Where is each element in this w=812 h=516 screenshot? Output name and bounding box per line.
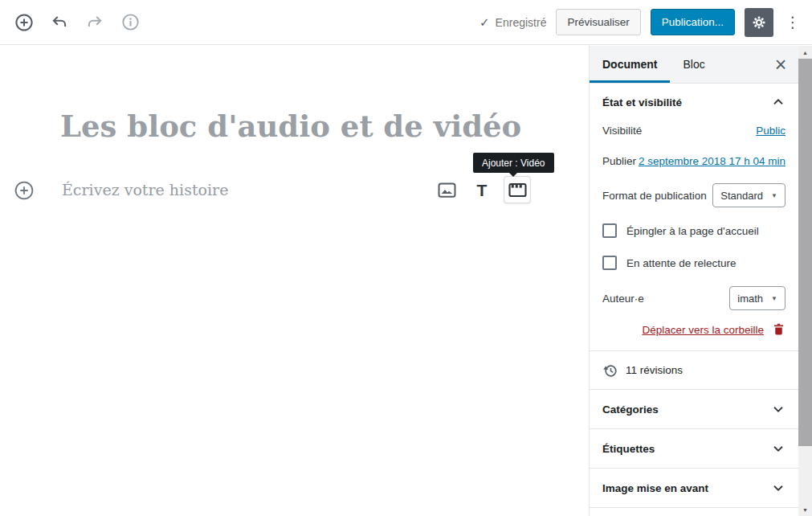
gutenberg-editor: ✓ Enregistré Prévisualiser Publication..… — [0, 0, 812, 516]
settings-button[interactable] — [745, 8, 773, 37]
check-icon: ✓ — [479, 15, 490, 30]
scroll-down-arrow[interactable]: ▼ — [798, 503, 812, 516]
gear-icon — [751, 14, 767, 31]
add-text-button[interactable]: T — [468, 176, 496, 203]
trash-icon[interactable] — [772, 322, 785, 337]
info-icon — [121, 13, 140, 31]
history-icon — [602, 362, 618, 379]
add-block-button[interactable] — [10, 8, 39, 37]
sticky-label: Épingler à la page d'accueil — [626, 225, 759, 237]
chevron-down-icon — [771, 481, 785, 495]
redo-button[interactable] — [80, 8, 109, 37]
save-status-label: Enregistré — [496, 16, 547, 29]
author-label: Auteur·e — [602, 293, 644, 305]
tooltip-add-video: Ajouter : Vidéo — [473, 153, 554, 173]
panel-featured-image-title: Image mise en avant — [602, 482, 708, 494]
sticky-checkbox[interactable] — [602, 223, 617, 238]
close-sidebar-button[interactable]: × — [769, 55, 792, 75]
publish-date-link[interactable]: 2 septembre 2018 17 h 04 min — [639, 155, 785, 167]
preview-button[interactable]: Prévisualiser — [556, 9, 640, 35]
toolbar-right: ✓ Enregistré Prévisualiser Publication..… — [479, 8, 812, 37]
visibility-row: Visibilité Public — [602, 121, 785, 140]
sidebar-tabs: Document Bloc × — [590, 46, 798, 84]
editor-toolbar: ✓ Enregistré Prévisualiser Publication..… — [0, 0, 812, 45]
toolbar-left — [0, 8, 145, 37]
content-structure-button[interactable] — [116, 8, 145, 37]
panel-tags-header[interactable]: Étiquettes — [590, 429, 798, 468]
panel-featured-image: Image mise en avant — [590, 469, 798, 508]
visibility-value-link[interactable]: Public — [756, 125, 785, 137]
chevron-down-icon — [771, 402, 785, 416]
revisions-button[interactable]: 11 révisions — [590, 351, 798, 390]
sticky-row: Épingler à la page d'accueil — [602, 222, 785, 240]
publish-label: Publier — [602, 155, 636, 167]
post-format-label: Format de publication — [602, 190, 707, 202]
tab-document[interactable]: Document — [590, 46, 670, 83]
revisions-label: 11 révisions — [626, 364, 683, 376]
plus-circle-icon — [14, 180, 36, 201]
image-icon — [437, 180, 457, 200]
editor-canvas: Les bloc d'audio et de vidéo Ajouter : V… — [0, 46, 589, 516]
panel-categories-header[interactable]: Catégories — [590, 390, 798, 428]
text-icon: T — [477, 182, 488, 199]
settings-sidebar: Document Bloc × État et visibilité Visib… — [589, 46, 798, 516]
publish-button[interactable]: Publication... — [651, 9, 735, 35]
post-title-input[interactable]: Les bloc d'audio et de vidéo — [60, 109, 558, 144]
author-select[interactable]: imath ▼ — [729, 286, 785, 310]
scroll-up-arrow[interactable]: ▲ — [798, 46, 812, 59]
panel-featured-image-header[interactable]: Image mise en avant — [590, 469, 798, 507]
chevron-down-icon — [771, 441, 785, 456]
move-to-trash-link[interactable]: Déplacer vers la corbeille — [642, 324, 764, 336]
tab-block[interactable]: Bloc — [670, 46, 717, 83]
more-tools-button[interactable]: ⋮ — [783, 14, 802, 30]
post-format-value: Standard — [720, 190, 763, 202]
body-placeholder[interactable]: Écrivez votre histoire — [62, 181, 228, 199]
post-format-row: Format de publication Standard ▼ — [602, 183, 785, 207]
pending-row: En attente de relecture — [602, 254, 785, 272]
panel-status-visibility: État et visibilité Visibilité Public Pub… — [590, 84, 798, 351]
redo-icon — [86, 14, 104, 31]
add-image-button[interactable] — [433, 176, 460, 203]
add-video-button[interactable] — [504, 176, 531, 203]
chevron-down-icon: ▼ — [771, 192, 777, 199]
chevron-up-icon — [771, 95, 785, 109]
panel-tags: Étiquettes — [590, 429, 798, 469]
post-format-select[interactable]: Standard ▼ — [712, 183, 785, 207]
trash-row: Déplacer vers la corbeille — [602, 320, 785, 339]
video-icon — [508, 180, 528, 200]
panel-categories: Catégories — [590, 390, 798, 429]
quick-inserter: T — [433, 176, 531, 203]
inline-add-block-button[interactable] — [14, 179, 36, 202]
visibility-label: Visibilité — [602, 125, 642, 137]
empty-paragraph-block: Écrivez votre histoire T — [0, 176, 589, 205]
sidebar-scrollbar[interactable]: ▲ ▼ — [798, 46, 812, 516]
panel-status-body: Visibilité Public Publier 2 septembre 20… — [590, 121, 798, 339]
save-status: ✓ Enregistré — [479, 15, 546, 30]
undo-icon — [51, 14, 68, 31]
panel-categories-title: Catégories — [602, 403, 659, 416]
undo-button[interactable] — [45, 8, 74, 37]
pending-label: En attente de relecture — [626, 257, 737, 269]
plus-circle-icon — [14, 13, 34, 32]
author-value: imath — [737, 293, 763, 305]
panel-status-header[interactable]: État et visibilité — [590, 84, 798, 121]
panel-status-title: État et visibilité — [602, 96, 682, 109]
author-row: Auteur·e imath ▼ — [602, 286, 785, 310]
panel-tags-title: Étiquettes — [602, 443, 655, 455]
chevron-down-icon: ▼ — [771, 295, 777, 302]
scrollbar-thumb[interactable] — [798, 59, 812, 446]
pending-checkbox[interactable] — [602, 256, 617, 270]
publish-row: Publier 2 septembre 2018 17 h 04 min — [602, 151, 785, 170]
